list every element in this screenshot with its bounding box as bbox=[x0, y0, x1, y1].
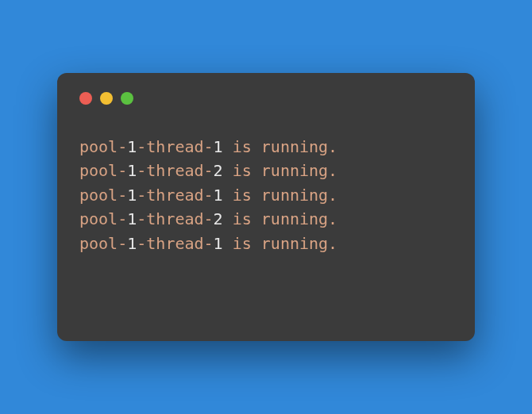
output-line: pool-1-thread-1 is running. bbox=[79, 135, 453, 159]
number-token: 1 bbox=[127, 186, 137, 205]
text-token: -thread- bbox=[137, 137, 213, 156]
close-icon[interactable] bbox=[79, 92, 92, 105]
number-token: 1 bbox=[127, 234, 137, 253]
number-token: 1 bbox=[127, 209, 137, 228]
terminal-output: pool-1-thread-1 is running.pool-1-thread… bbox=[79, 135, 453, 255]
text-token: -thread- bbox=[137, 161, 213, 180]
text-token: -thread- bbox=[137, 209, 213, 228]
terminal-window: pool-1-thread-1 is running.pool-1-thread… bbox=[57, 73, 475, 341]
text-token: pool- bbox=[79, 234, 127, 253]
traffic-lights bbox=[79, 92, 453, 105]
text-token: pool- bbox=[79, 209, 127, 228]
maximize-icon[interactable] bbox=[121, 92, 133, 105]
text-token: is running. bbox=[223, 161, 338, 180]
text-token: pool- bbox=[79, 161, 127, 180]
text-token: pool- bbox=[79, 137, 127, 156]
text-token: -thread- bbox=[137, 186, 213, 205]
number-token: 2 bbox=[214, 209, 223, 228]
output-line: pool-1-thread-2 is running. bbox=[79, 207, 453, 231]
number-token: 1 bbox=[127, 161, 137, 180]
number-token: 2 bbox=[214, 161, 223, 180]
output-line: pool-1-thread-1 is running. bbox=[79, 183, 453, 207]
text-token: -thread- bbox=[137, 234, 213, 253]
output-line: pool-1-thread-2 is running. bbox=[79, 159, 453, 182]
text-token: is running. bbox=[223, 209, 338, 228]
text-token: is running. bbox=[223, 186, 338, 205]
text-token: is running. bbox=[223, 234, 338, 253]
text-token: is running. bbox=[223, 137, 338, 156]
output-line: pool-1-thread-1 is running. bbox=[79, 232, 453, 255]
number-token: 1 bbox=[214, 137, 223, 156]
number-token: 1 bbox=[214, 186, 223, 205]
number-token: 1 bbox=[214, 234, 223, 253]
number-token: 1 bbox=[127, 137, 137, 156]
minimize-icon[interactable] bbox=[100, 92, 113, 105]
text-token: pool- bbox=[79, 186, 127, 205]
